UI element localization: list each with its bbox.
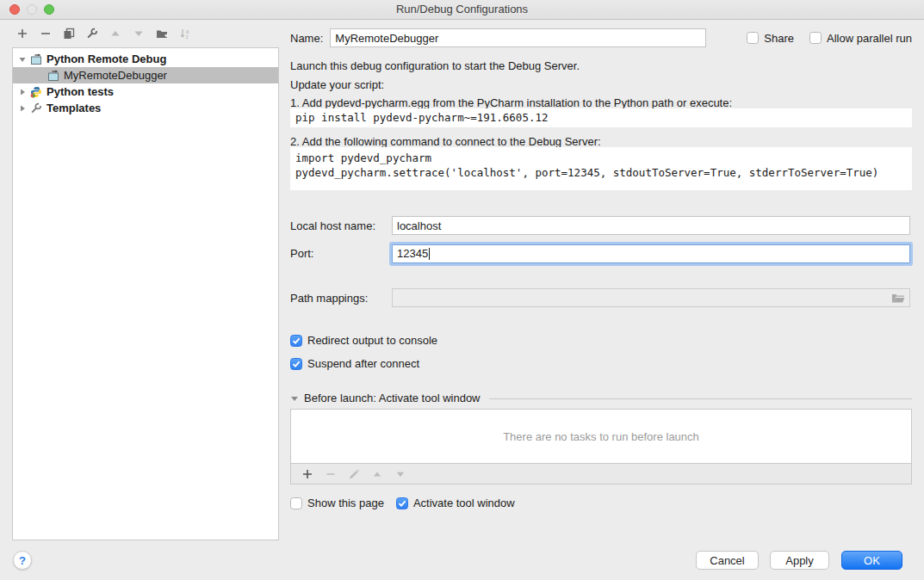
- move-task-up-icon: [371, 468, 383, 480]
- redirect-output-label: Redirect output to console: [307, 334, 437, 347]
- intro-text: Launch this debug configuration to start…: [290, 59, 912, 73]
- copy-configuration-icon[interactable]: [63, 28, 75, 40]
- apply-button-label: Apply: [785, 554, 814, 567]
- cancel-button-label: Cancel: [710, 554, 744, 567]
- allow-parallel-checkbox-group[interactable]: Allow parallel run: [809, 32, 912, 45]
- add-task-icon[interactable]: [301, 468, 313, 480]
- svg-text:z: z: [186, 34, 189, 40]
- path-mappings-input[interactable]: [392, 288, 910, 307]
- edit-defaults-wrench-icon[interactable]: [86, 28, 98, 40]
- redirect-output-row: Redirect output to console: [290, 334, 912, 347]
- activate-tool-window-label: Activate tool window: [413, 497, 515, 509]
- local-host-row: Local host name: localhost: [290, 216, 910, 235]
- tree-item-label: MyRemoteDebugger: [64, 69, 167, 82]
- tree-item-python-tests[interactable]: Python tests: [13, 83, 278, 100]
- edit-task-pencil-icon: [348, 468, 360, 480]
- tree-item-templates[interactable]: Templates: [13, 100, 278, 116]
- port-label: Port:: [290, 247, 392, 260]
- before-launch-task-list[interactable]: There are no tasks to run before launch: [290, 409, 912, 464]
- local-host-input[interactable]: localhost: [392, 216, 910, 235]
- name-label: Name:: [290, 32, 323, 45]
- sort-alphabetically-icon: az: [179, 28, 191, 40]
- tree-item-label: Templates: [47, 102, 101, 114]
- tree-item-python-remote-debug[interactable]: Python Remote Debug: [13, 51, 278, 67]
- update-script-text: Update your script:: [290, 78, 912, 92]
- name-row: Name: Share Allow parallel run: [290, 28, 912, 47]
- remote-debug-config-icon: [47, 70, 59, 82]
- browse-folder-icon[interactable]: [891, 293, 905, 304]
- port-input[interactable]: 12345: [392, 244, 910, 263]
- show-this-page-label: Show this page: [307, 497, 384, 509]
- title-bar: Run/Debug Configurations: [0, 0, 924, 20]
- tree-item-label: Python Remote Debug: [47, 52, 166, 65]
- suspend-after-connect-row: Suspend after connect: [290, 357, 912, 370]
- chevron-right-icon[interactable]: [17, 103, 28, 114]
- configurations-tree: Python Remote Debug MyRemoteDebugger Pyt…: [12, 47, 279, 540]
- disclosure-triangle-icon[interactable]: [290, 394, 299, 403]
- help-button[interactable]: ?: [13, 551, 32, 570]
- chevron-right-icon[interactable]: [17, 87, 28, 97]
- suspend-label: Suspend after connect: [307, 357, 419, 370]
- path-mappings-label: Path mappings:: [290, 292, 392, 305]
- window-title: Run/Debug Configurations: [0, 0, 924, 19]
- new-folder-icon[interactable]: [156, 28, 168, 40]
- ok-button[interactable]: OK: [841, 551, 902, 570]
- activate-tool-window-checkbox[interactable]: [396, 497, 408, 509]
- allow-parallel-label: Allow parallel run: [827, 32, 912, 45]
- ok-button-label: OK: [864, 554, 880, 567]
- python-tests-icon: [30, 86, 42, 98]
- apply-button[interactable]: Apply: [770, 551, 829, 570]
- help-question-icon: ?: [19, 554, 26, 567]
- move-down-icon: [133, 28, 145, 40]
- before-launch-toolbar: [290, 463, 912, 484]
- move-task-down-icon: [394, 468, 406, 480]
- configurations-toolbar: az: [16, 28, 191, 40]
- show-this-page-checkbox-group[interactable]: Show this page: [290, 497, 384, 509]
- templates-wrench-icon: [30, 102, 42, 114]
- suspend-checkbox[interactable]: [290, 358, 302, 370]
- section-rule: [489, 398, 912, 399]
- redirect-output-checkbox[interactable]: [290, 335, 302, 347]
- share-label: Share: [764, 32, 794, 45]
- empty-tasks-message: There are no tasks to run before launch: [503, 430, 699, 443]
- show-this-page-checkbox[interactable]: [290, 497, 302, 509]
- page-options-row: Show this page Activate tool window: [290, 497, 912, 509]
- cancel-button[interactable]: Cancel: [696, 551, 759, 570]
- local-host-value: localhost: [397, 219, 441, 232]
- before-launch-header[interactable]: Before launch: Activate tool window: [290, 392, 912, 405]
- redirect-output-checkbox-group[interactable]: Redirect output to console: [290, 334, 437, 347]
- remove-task-icon: [325, 468, 337, 480]
- path-mappings-row: Path mappings:: [290, 288, 910, 307]
- tree-item-label: Python tests: [47, 85, 114, 98]
- port-value: 12345: [397, 247, 428, 260]
- allow-parallel-checkbox[interactable]: [809, 32, 822, 44]
- tree-item-myremotedebugger[interactable]: MyRemoteDebugger: [13, 67, 278, 83]
- suspend-checkbox-group[interactable]: Suspend after connect: [290, 357, 419, 370]
- chevron-down-icon[interactable]: [17, 54, 28, 65]
- pip-install-code-block: pip install pydevd-pycharm~=191.6605.12: [290, 108, 912, 127]
- remove-configuration-icon[interactable]: [40, 28, 52, 40]
- local-host-label: Local host name:: [290, 219, 392, 232]
- settrace-code-block: import pydevd_pycharm pydevd_pycharm.set…: [290, 147, 912, 190]
- before-launch-title: Before launch: Activate tool window: [304, 392, 481, 405]
- activate-tool-window-checkbox-group[interactable]: Activate tool window: [396, 497, 515, 509]
- move-up-icon: [109, 28, 121, 40]
- port-row: Port: 12345: [290, 244, 910, 263]
- share-checkbox-group[interactable]: Share: [747, 32, 794, 45]
- text-caret: [429, 248, 430, 260]
- add-configuration-icon[interactable]: [16, 28, 28, 40]
- share-checkbox[interactable]: [747, 32, 759, 44]
- name-input[interactable]: [330, 28, 706, 47]
- remote-debug-config-icon: [30, 53, 42, 65]
